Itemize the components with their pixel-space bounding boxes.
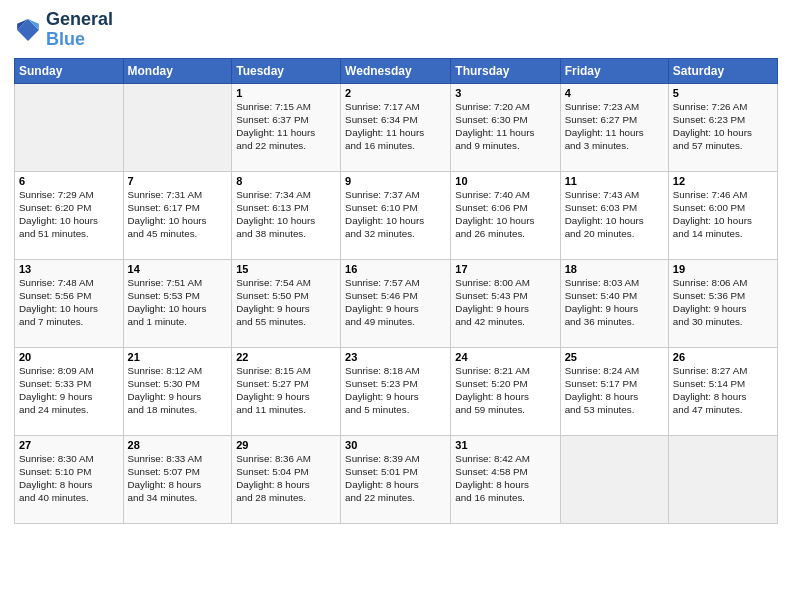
day-number: 18 [565,263,664,275]
day-number: 24 [455,351,555,363]
day-info: Sunrise: 7:40 AM Sunset: 6:06 PM Dayligh… [455,188,555,241]
day-info: Sunrise: 8:18 AM Sunset: 5:23 PM Dayligh… [345,364,446,417]
calendar-cell [15,83,124,171]
day-number: 21 [128,351,228,363]
calendar-cell: 15Sunrise: 7:54 AM Sunset: 5:50 PM Dayli… [232,259,341,347]
calendar-cell: 12Sunrise: 7:46 AM Sunset: 6:00 PM Dayli… [668,171,777,259]
calendar-cell: 20Sunrise: 8:09 AM Sunset: 5:33 PM Dayli… [15,347,124,435]
day-info: Sunrise: 8:30 AM Sunset: 5:10 PM Dayligh… [19,452,119,505]
day-info: Sunrise: 7:31 AM Sunset: 6:17 PM Dayligh… [128,188,228,241]
day-info: Sunrise: 8:03 AM Sunset: 5:40 PM Dayligh… [565,276,664,329]
header: General Blue [14,10,778,50]
day-info: Sunrise: 7:37 AM Sunset: 6:10 PM Dayligh… [345,188,446,241]
calendar-cell: 23Sunrise: 8:18 AM Sunset: 5:23 PM Dayli… [341,347,451,435]
calendar-cell: 31Sunrise: 8:42 AM Sunset: 4:58 PM Dayli… [451,435,560,523]
day-info: Sunrise: 7:23 AM Sunset: 6:27 PM Dayligh… [565,100,664,153]
day-number: 4 [565,87,664,99]
weekday-header: Thursday [451,58,560,83]
calendar-cell [560,435,668,523]
calendar-cell: 14Sunrise: 7:51 AM Sunset: 5:53 PM Dayli… [123,259,232,347]
weekday-header: Tuesday [232,58,341,83]
calendar-cell: 28Sunrise: 8:33 AM Sunset: 5:07 PM Dayli… [123,435,232,523]
calendar-cell: 27Sunrise: 8:30 AM Sunset: 5:10 PM Dayli… [15,435,124,523]
calendar-cell: 6Sunrise: 7:29 AM Sunset: 6:20 PM Daylig… [15,171,124,259]
day-info: Sunrise: 8:33 AM Sunset: 5:07 PM Dayligh… [128,452,228,505]
calendar-cell: 21Sunrise: 8:12 AM Sunset: 5:30 PM Dayli… [123,347,232,435]
logo: General Blue [14,10,113,50]
calendar-cell: 13Sunrise: 7:48 AM Sunset: 5:56 PM Dayli… [15,259,124,347]
day-number: 15 [236,263,336,275]
day-info: Sunrise: 7:48 AM Sunset: 5:56 PM Dayligh… [19,276,119,329]
day-info: Sunrise: 8:09 AM Sunset: 5:33 PM Dayligh… [19,364,119,417]
day-number: 27 [19,439,119,451]
day-number: 6 [19,175,119,187]
calendar-cell: 29Sunrise: 8:36 AM Sunset: 5:04 PM Dayli… [232,435,341,523]
day-number: 20 [19,351,119,363]
calendar-cell: 4Sunrise: 7:23 AM Sunset: 6:27 PM Daylig… [560,83,668,171]
day-info: Sunrise: 7:17 AM Sunset: 6:34 PM Dayligh… [345,100,446,153]
calendar-cell: 26Sunrise: 8:27 AM Sunset: 5:14 PM Dayli… [668,347,777,435]
day-number: 7 [128,175,228,187]
day-number: 25 [565,351,664,363]
calendar-cell: 10Sunrise: 7:40 AM Sunset: 6:06 PM Dayli… [451,171,560,259]
day-number: 16 [345,263,446,275]
day-number: 14 [128,263,228,275]
calendar-cell: 2Sunrise: 7:17 AM Sunset: 6:34 PM Daylig… [341,83,451,171]
day-number: 8 [236,175,336,187]
day-info: Sunrise: 8:00 AM Sunset: 5:43 PM Dayligh… [455,276,555,329]
weekday-header: Wednesday [341,58,451,83]
logo-text: General Blue [46,10,113,50]
calendar-cell: 22Sunrise: 8:15 AM Sunset: 5:27 PM Dayli… [232,347,341,435]
day-number: 11 [565,175,664,187]
day-info: Sunrise: 7:43 AM Sunset: 6:03 PM Dayligh… [565,188,664,241]
weekday-header: Friday [560,58,668,83]
day-number: 2 [345,87,446,99]
day-number: 3 [455,87,555,99]
day-number: 29 [236,439,336,451]
weekday-header: Saturday [668,58,777,83]
day-info: Sunrise: 8:42 AM Sunset: 4:58 PM Dayligh… [455,452,555,505]
weekday-header: Sunday [15,58,124,83]
day-info: Sunrise: 8:36 AM Sunset: 5:04 PM Dayligh… [236,452,336,505]
calendar-cell: 19Sunrise: 8:06 AM Sunset: 5:36 PM Dayli… [668,259,777,347]
day-number: 17 [455,263,555,275]
day-info: Sunrise: 8:39 AM Sunset: 5:01 PM Dayligh… [345,452,446,505]
day-info: Sunrise: 8:15 AM Sunset: 5:27 PM Dayligh… [236,364,336,417]
day-number: 1 [236,87,336,99]
day-info: Sunrise: 7:29 AM Sunset: 6:20 PM Dayligh… [19,188,119,241]
calendar-cell: 3Sunrise: 7:20 AM Sunset: 6:30 PM Daylig… [451,83,560,171]
calendar: SundayMondayTuesdayWednesdayThursdayFrid… [14,58,778,524]
day-number: 26 [673,351,773,363]
calendar-cell: 18Sunrise: 8:03 AM Sunset: 5:40 PM Dayli… [560,259,668,347]
calendar-cell: 5Sunrise: 7:26 AM Sunset: 6:23 PM Daylig… [668,83,777,171]
calendar-cell: 11Sunrise: 7:43 AM Sunset: 6:03 PM Dayli… [560,171,668,259]
day-info: Sunrise: 8:21 AM Sunset: 5:20 PM Dayligh… [455,364,555,417]
day-number: 28 [128,439,228,451]
day-number: 23 [345,351,446,363]
day-number: 30 [345,439,446,451]
day-number: 19 [673,263,773,275]
weekday-header: Monday [123,58,232,83]
day-info: Sunrise: 8:12 AM Sunset: 5:30 PM Dayligh… [128,364,228,417]
calendar-cell: 25Sunrise: 8:24 AM Sunset: 5:17 PM Dayli… [560,347,668,435]
day-info: Sunrise: 7:46 AM Sunset: 6:00 PM Dayligh… [673,188,773,241]
day-info: Sunrise: 8:06 AM Sunset: 5:36 PM Dayligh… [673,276,773,329]
svg-marker-0 [17,19,39,41]
day-number: 10 [455,175,555,187]
day-info: Sunrise: 8:24 AM Sunset: 5:17 PM Dayligh… [565,364,664,417]
calendar-cell: 24Sunrise: 8:21 AM Sunset: 5:20 PM Dayli… [451,347,560,435]
day-info: Sunrise: 7:26 AM Sunset: 6:23 PM Dayligh… [673,100,773,153]
day-number: 22 [236,351,336,363]
day-number: 31 [455,439,555,451]
day-info: Sunrise: 7:51 AM Sunset: 5:53 PM Dayligh… [128,276,228,329]
day-number: 5 [673,87,773,99]
calendar-cell: 30Sunrise: 8:39 AM Sunset: 5:01 PM Dayli… [341,435,451,523]
day-info: Sunrise: 7:54 AM Sunset: 5:50 PM Dayligh… [236,276,336,329]
calendar-cell [123,83,232,171]
calendar-cell: 17Sunrise: 8:00 AM Sunset: 5:43 PM Dayli… [451,259,560,347]
day-info: Sunrise: 7:57 AM Sunset: 5:46 PM Dayligh… [345,276,446,329]
day-info: Sunrise: 7:20 AM Sunset: 6:30 PM Dayligh… [455,100,555,153]
calendar-cell: 16Sunrise: 7:57 AM Sunset: 5:46 PM Dayli… [341,259,451,347]
logo-icon [14,16,42,44]
day-info: Sunrise: 7:34 AM Sunset: 6:13 PM Dayligh… [236,188,336,241]
